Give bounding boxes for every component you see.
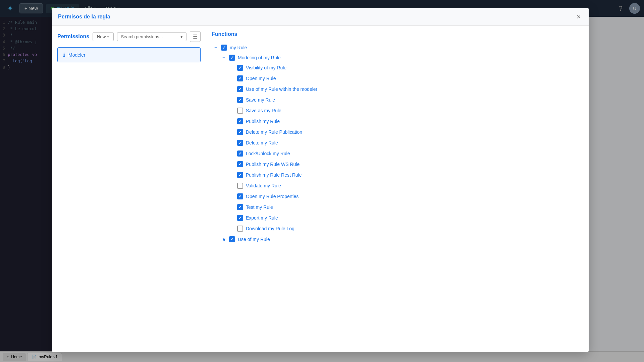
test-checkbox[interactable] — [237, 204, 243, 210]
functions-tree: − my Rule − Modeling of my Rule — [212, 43, 583, 347]
modeler-label: Modeler — [68, 52, 86, 58]
save-as-checkbox[interactable] — [237, 108, 243, 114]
publish-ws-checkbox[interactable] — [237, 161, 243, 167]
modeling-collapse-toggle[interactable]: − — [221, 55, 226, 60]
search-permissions-box[interactable]: Search permissions... ▾ — [117, 32, 186, 41]
list-item: Visibility of my Rule — [236, 63, 583, 73]
use-star-toggle: ★ — [221, 237, 226, 242]
publish-ws-label: Publish my Rule WS Rule — [246, 162, 300, 167]
modal-title: Permisos de la regla — [58, 14, 110, 20]
left-panel-header: Permissions New + Search permissions... … — [57, 31, 201, 42]
root-collapse-toggle[interactable]: − — [213, 45, 218, 50]
modal-header: Permisos de la regla × — [52, 8, 589, 26]
permissions-label: Permissions — [57, 34, 89, 40]
tree-root-row: − my Rule — [212, 43, 583, 53]
save-label: Save my Rule — [246, 97, 275, 103]
lock-label: Lock/Unlock my Rule — [246, 151, 290, 156]
new-plus-button[interactable]: New + — [93, 32, 114, 41]
modal-body: Permissions New + Search permissions... … — [52, 26, 589, 352]
list-item: Publish my Rule — [236, 116, 583, 126]
list-item: Test my Rule — [236, 202, 583, 212]
publish-rest-label: Publish my Rule Rest Rule — [246, 172, 302, 178]
right-panel: Functions − my Rule − Modeling of m — [206, 26, 589, 352]
save-as-label: Save as my Rule — [246, 108, 281, 113]
list-item: Validate my Rule — [236, 181, 583, 191]
list-item: Use of my Rule within the modeler — [236, 84, 583, 94]
modal-close-button[interactable]: × — [575, 13, 583, 21]
use-within-modeler-checkbox[interactable] — [237, 86, 243, 92]
save-checkbox[interactable] — [237, 97, 243, 103]
list-item: Delete my Rule Publication — [236, 127, 583, 137]
list-item: Export my Rule — [236, 213, 583, 223]
list-item: Open my Rule Properties — [236, 191, 583, 201]
list-item: Save as my Rule — [236, 106, 583, 116]
modeling-checkbox[interactable] — [229, 55, 235, 61]
open-label: Open my Rule — [246, 76, 276, 81]
list-item: Delete my Rule — [236, 138, 583, 148]
export-label: Export my Rule — [246, 215, 278, 221]
validate-checkbox[interactable] — [237, 183, 243, 189]
list-item: Lock/Unlock my Rule — [236, 148, 583, 159]
root-label: my Rule — [230, 45, 247, 50]
list-item: Download my Rule Log — [236, 224, 583, 234]
delete-pub-label: Delete my Rule Publication — [246, 129, 302, 135]
publish-checkbox[interactable] — [237, 118, 243, 124]
use-row: ★ Use of my Rule — [220, 234, 583, 244]
modeler-item[interactable]: ℹ Modeler — [57, 47, 201, 62]
list-item: Publish my Rule WS Rule — [236, 159, 583, 169]
use-checkbox[interactable] — [229, 236, 235, 242]
modeling-node: − Modeling of my Rule Visibility of my R… — [212, 53, 583, 234]
download-log-label: Download my Rule Log — [246, 226, 294, 231]
list-item: Save my Rule — [236, 95, 583, 105]
test-label: Test my Rule — [246, 204, 273, 210]
lock-checkbox[interactable] — [237, 150, 243, 157]
delete-checkbox[interactable] — [237, 140, 243, 146]
delete-pub-checkbox[interactable] — [237, 129, 243, 135]
delete-label: Delete my Rule — [246, 140, 278, 145]
use-within-modeler-label: Use of my Rule within the modeler — [246, 86, 317, 92]
permissions-modal: Permisos de la regla × Permissions New +… — [52, 8, 589, 352]
list-icon: ☰ — [193, 34, 198, 40]
use-node: ★ Use of my Rule — [212, 234, 583, 244]
visibility-checkbox[interactable] — [237, 65, 243, 71]
root-checkbox[interactable] — [221, 45, 227, 51]
modeling-label: Modeling of my Rule — [238, 55, 281, 60]
modeling-row: − Modeling of my Rule — [220, 53, 583, 63]
use-label: Use of my Rule — [238, 237, 270, 242]
open-props-label: Open my Rule Properties — [246, 194, 299, 199]
download-log-checkbox[interactable] — [237, 226, 243, 232]
left-panel: Permissions New + Search permissions... … — [52, 26, 206, 352]
search-placeholder: Search permissions... — [121, 34, 163, 39]
visibility-label: Visibility of my Rule — [246, 65, 286, 70]
dropdown-arrow-icon: ▾ — [180, 34, 183, 39]
open-checkbox[interactable] — [237, 75, 243, 81]
list-view-button[interactable]: ☰ — [190, 31, 201, 42]
list-item: Open my Rule — [236, 73, 583, 83]
export-checkbox[interactable] — [237, 215, 243, 221]
tree-root-node: − my Rule − Modeling of my Rule — [212, 43, 583, 244]
open-props-checkbox[interactable] — [237, 193, 243, 199]
functions-header: Functions — [212, 31, 583, 37]
publish-label: Publish my Rule — [246, 119, 280, 124]
publish-rest-checkbox[interactable] — [237, 172, 243, 178]
info-icon: ℹ — [63, 52, 65, 58]
list-item: Publish my Rule Rest Rule — [236, 170, 583, 180]
validate-label: Validate my Rule — [246, 183, 281, 188]
tree-items-container: Visibility of my Rule Open my Rule Use o… — [220, 63, 583, 234]
